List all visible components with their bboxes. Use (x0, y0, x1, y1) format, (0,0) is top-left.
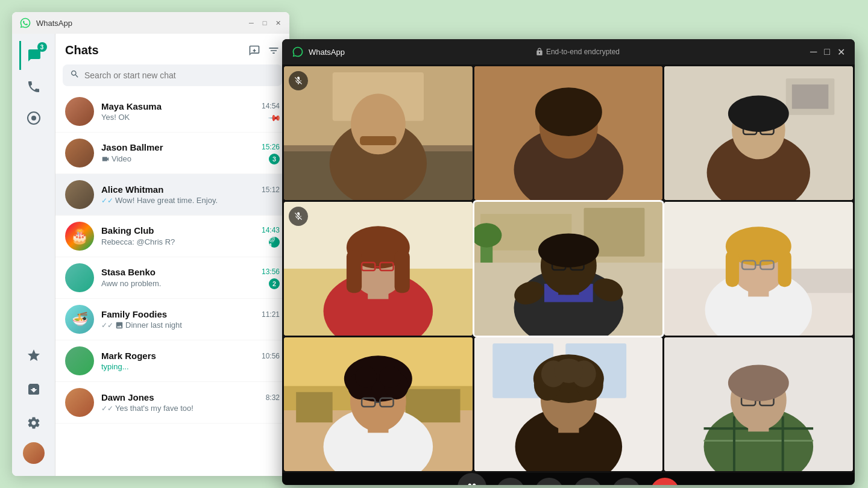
sidebar-item-chats[interactable]: 3 (19, 41, 48, 70)
sidebar-item-settings[interactable] (19, 408, 48, 437)
chat-item-family[interactable]: 🍜 Family Foodies 11:21 ✓✓ Dinner last ni… (55, 299, 289, 340)
svg-rect-8 (360, 136, 397, 145)
svg-rect-68 (296, 392, 333, 422)
chat-panel: Chats (55, 34, 289, 476)
chat-item-jason[interactable]: Jason Ballmer 15:26 Video 3 (55, 133, 289, 174)
svg-point-51 (538, 233, 599, 267)
video-toggle-button[interactable] (496, 478, 525, 485)
avatar-alice (65, 180, 94, 209)
sidebar-item-calls[interactable] (19, 72, 48, 101)
video-person-5 (474, 202, 663, 336)
unread-badge-stasa: 2 (269, 278, 280, 289)
chat-info-family: Family Foodies 11:21 ✓✓ Dinner last nigh… (101, 309, 280, 330)
unread-badge-jason: 3 (269, 154, 280, 164)
mic-button[interactable] (535, 478, 564, 485)
chat-name-jason: Jason Ballmer (101, 142, 163, 152)
chat-preview-family: ✓✓ Dinner last night (101, 321, 182, 330)
video-person-9 (664, 337, 853, 471)
svg-point-23 (728, 95, 789, 132)
chat-item-stasa[interactable]: Stasa Benko 13:56 Aww no problem. 2 (55, 257, 289, 299)
video-cell-3 (664, 66, 853, 200)
search-bar[interactable] (63, 64, 282, 86)
title-bar: WhatsApp ─ □ ✕ (12, 12, 289, 34)
end-call-button[interactable] (650, 478, 679, 485)
chat-name-family: Family Foodies (101, 309, 167, 319)
call-whatsapp-icon (292, 46, 304, 58)
video-cell-8 (474, 337, 663, 471)
chat-name-alice: Alice Whitman (101, 184, 163, 195)
call-title-text: WhatsApp (309, 48, 345, 57)
chat-item-mark[interactable]: Mark Rogers 10:56 typing... (55, 340, 289, 382)
chat-item-alice[interactable]: Alice Whitman 15:12 ✓✓ Wow! Have great t… (55, 174, 289, 216)
chat-info-jason: Jason Ballmer 15:26 Video 3 (101, 142, 280, 164)
title-bar-text: WhatsApp (36, 19, 247, 28)
chat-time-dawn: 8:32 (266, 393, 280, 402)
svg-point-93 (554, 358, 583, 383)
svg-point-76 (355, 366, 377, 387)
search-input[interactable] (84, 70, 275, 80)
chat-preview-stasa: Aww no problem. (101, 279, 161, 288)
chat-info-dawn: Dawn Jones 8:32 ✓✓ Yes that's my fave to… (101, 392, 280, 413)
avatar-maya (65, 97, 94, 126)
chat-time-family: 11:21 (262, 310, 280, 319)
maximize-button[interactable]: □ (260, 19, 269, 27)
filter-icon[interactable] (268, 45, 280, 57)
svg-point-1 (31, 116, 36, 120)
chat-header: Chats (55, 34, 289, 62)
new-chat-icon[interactable] (248, 45, 260, 57)
video-cell-7 (284, 337, 473, 471)
avatar-jason (65, 139, 94, 167)
starred-icon (27, 348, 41, 363)
chat-info-stasa: Stasa Benko 13:56 Aww no problem. 2 (101, 267, 280, 289)
title-bar-controls: ─ □ ✕ (247, 19, 282, 27)
chat-name-mark: Mark Rogers (101, 351, 156, 361)
close-button[interactable]: ✕ (274, 19, 282, 27)
video-person-4 (284, 202, 473, 336)
video-person-7 (284, 337, 473, 471)
call-title-bar: WhatsApp End-to-end endcrypted ─ □ ✕ (282, 39, 855, 64)
chat-info-mark: Mark Rogers 10:56 typing... (101, 351, 280, 371)
chat-list: Maya Kasuma 14:54 Yes! OK 📌 Ja (55, 91, 289, 476)
svg-rect-32 (395, 251, 410, 293)
archived-icon (27, 382, 41, 396)
svg-rect-61 (778, 251, 791, 287)
mute-indicator-4 (289, 207, 308, 226)
svg-point-106 (728, 364, 789, 401)
video-person-1 (284, 66, 473, 200)
sidebar: 3 (12, 34, 55, 476)
video-person-8 (474, 337, 663, 471)
more-options-button[interactable] (612, 478, 641, 485)
chat-time-mark: 10:56 (262, 352, 280, 360)
chat-item-dawn[interactable]: Dawn Jones 8:32 ✓✓ Yes that's my fave to… (55, 382, 289, 424)
chat-name-stasa: Stasa Benko (101, 267, 156, 277)
call-encryption: End-to-end endcrypted (345, 48, 810, 56)
video-cell-6 (664, 202, 853, 336)
sidebar-item-starred[interactable] (19, 341, 48, 370)
chat-item-maya[interactable]: Maya Kasuma 14:54 Yes! OK 📌 (55, 91, 289, 133)
unread-mention-baking: @ 1 (269, 237, 280, 248)
minimize-button[interactable]: ─ (247, 19, 256, 27)
chats-badge: 3 (37, 42, 47, 52)
chat-time-maya: 14:54 (262, 102, 280, 110)
chat-time-jason: 15:26 (262, 143, 280, 151)
pin-icon-maya: 📌 (268, 110, 281, 124)
chat-preview-mark: typing... (101, 362, 129, 371)
sidebar-item-archived[interactable] (19, 375, 48, 404)
svg-rect-60 (726, 251, 739, 287)
user-avatar[interactable] (23, 442, 45, 464)
main-whatsapp-window: WhatsApp ─ □ ✕ 3 (12, 12, 289, 476)
lock-icon (535, 48, 544, 56)
call-minimize-button[interactable]: ─ (810, 46, 817, 58)
sidebar-item-status[interactable] (19, 104, 48, 133)
call-maximize-button[interactable]: □ (824, 46, 830, 58)
call-window-controls: ─ □ ✕ (810, 46, 845, 58)
call-close-button[interactable]: ✕ (837, 46, 845, 58)
encryption-text: End-to-end endcrypted (546, 48, 620, 56)
video-person-3 (664, 66, 853, 200)
chat-item-baking[interactable]: 🎂 Baking Club 14:43 Rebecca: @Chris R? @… (55, 216, 289, 257)
chat-name-baking: Baking Club (101, 225, 154, 236)
video-person-2 (474, 66, 663, 200)
calls-icon (27, 80, 41, 94)
screen-share-button[interactable] (573, 478, 602, 485)
participants-button[interactable] (458, 473, 486, 485)
